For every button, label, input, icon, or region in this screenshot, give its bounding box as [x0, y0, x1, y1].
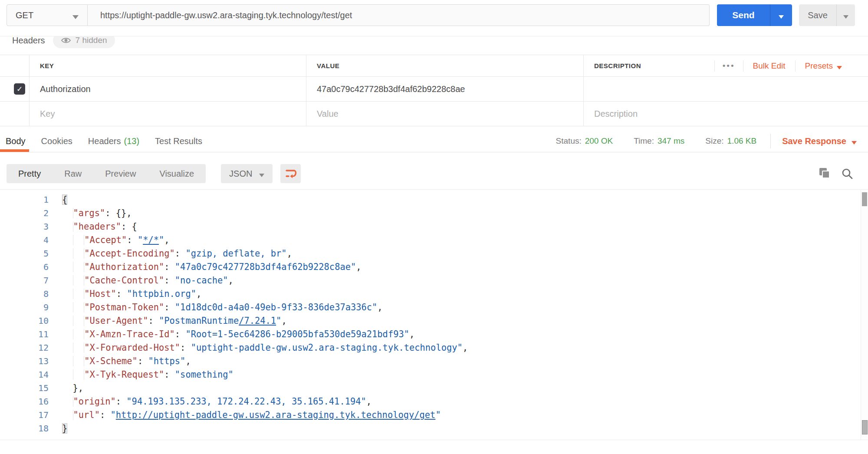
line-number: 5	[0, 247, 49, 260]
hidden-headers-toggle[interactable]: 7 hidden	[53, 36, 115, 48]
response-body-editor[interactable]: 1{2 "args": {},3 "headers": {4 "Accept":…	[0, 189, 868, 440]
tab-headers[interactable]: Headers (13)	[88, 130, 139, 152]
tab-test-results[interactable]: Test Results	[155, 130, 202, 152]
vertical-scrollbar[interactable]	[861, 190, 868, 440]
code-line: 5 "Accept-Encoding": "gzip, deflate, br"…	[0, 247, 861, 260]
save-label[interactable]: Save	[799, 4, 836, 26]
scrollbar-thumb[interactable]	[862, 420, 868, 434]
divider	[795, 60, 796, 72]
code-line: 17 "url": "http://uptight-paddle-gw.usw2…	[0, 408, 861, 422]
status-badge: Status: 200 OK	[556, 136, 613, 146]
method-select[interactable]: GET	[7, 4, 88, 26]
divider	[714, 60, 715, 72]
tab-cookies[interactable]: Cookies	[41, 130, 72, 152]
code-line: 1{	[0, 193, 861, 207]
chevron-down-icon	[837, 66, 842, 69]
save-response-button[interactable]: Save Response	[782, 136, 857, 146]
response-view-toolbar: Pretty Raw Preview Visualize JSON	[7, 164, 861, 183]
line-number: 8	[0, 287, 49, 301]
key-input[interactable]: Key	[40, 109, 55, 119]
line-number: 3	[0, 220, 49, 234]
search-icon[interactable]	[841, 168, 853, 180]
view-tab-preview[interactable]: Preview	[93, 169, 148, 179]
send-label[interactable]: Send	[717, 4, 770, 26]
url-input[interactable]: https://uptight-paddle-gw.usw2.ara-stagi…	[88, 4, 710, 26]
response-bar: Body Cookies Headers (13) Test Results S…	[0, 130, 868, 152]
code-line: 12 "X-Forwarded-Host": "uptight-paddle-g…	[0, 341, 861, 355]
tab-body[interactable]: Body	[6, 130, 26, 152]
save-button[interactable]: Save	[799, 4, 855, 26]
view-tab-pretty[interactable]: Pretty	[7, 169, 53, 179]
format-select[interactable]: JSON	[221, 164, 273, 183]
description-input[interactable]: Description	[594, 109, 638, 119]
code-line: 18}	[0, 422, 861, 435]
chevron-down-icon	[779, 15, 784, 19]
copy-button[interactable]	[819, 168, 831, 179]
column-header-description: DESCRIPTION	[594, 62, 641, 69]
send-options-button[interactable]	[770, 4, 792, 26]
headers-section-title: Headers	[12, 36, 45, 46]
column-header-value: VALUE	[317, 62, 339, 69]
line-number: 7	[0, 274, 49, 287]
chevron-down-icon	[843, 15, 848, 19]
bulk-edit-button[interactable]: Bulk Edit	[753, 61, 786, 71]
code-line: 14 "X-Tyk-Request": "something"	[0, 368, 861, 382]
value-input[interactable]: Value	[317, 109, 339, 119]
response-tabs: Body Cookies Headers (13) Test Results	[0, 130, 202, 152]
line-number: 18	[0, 422, 49, 435]
divider	[743, 60, 743, 72]
code-line: 16 "origin": "94.193.135.233, 172.24.22.…	[0, 395, 861, 408]
chevron-down-icon	[259, 174, 264, 177]
code-line: 8 "Host": "httpbin.org",	[0, 287, 861, 301]
code-line: 10 "User-Agent": "PostmanRuntime/7.24.1"…	[0, 314, 861, 328]
headers-meta: Headers 7 hidden	[0, 36, 868, 56]
save-options-button[interactable]	[837, 4, 855, 26]
line-number: 1	[0, 193, 49, 207]
header-value-cell[interactable]: 47a0c79c427728b3df4af62b9228c8ae	[317, 84, 465, 94]
request-bar: GET https://uptight-paddle-gw.usw2.ara-s…	[7, 4, 855, 26]
time-badge: Time: 347 ms	[634, 136, 684, 146]
code-line: 6 "Authorization": "47a0c79c427728b3df4a…	[0, 260, 861, 274]
line-number: 11	[0, 328, 49, 341]
code-line: 9 "Postman-Token": "1d18dc0d-a4a0-49eb-9…	[0, 301, 861, 314]
table-row: Authorization 47a0c79c427728b3df4af62b92…	[0, 77, 868, 102]
code-line: 15 },	[0, 382, 861, 395]
checkbox-checked[interactable]	[14, 83, 25, 95]
code-line: 13 "X-Scheme": "https",	[0, 355, 861, 368]
presets-dropdown[interactable]: Presets	[805, 61, 842, 71]
line-number: 10	[0, 314, 49, 328]
divider	[770, 134, 771, 148]
chevron-down-icon	[72, 15, 79, 19]
line-number: 4	[0, 234, 49, 247]
line-number: 14	[0, 368, 49, 382]
view-mode-tabs: Pretty Raw Preview Visualize	[7, 164, 206, 183]
size-badge: Size: 1.06 KB	[705, 136, 756, 146]
wrap-text-icon	[285, 168, 297, 179]
chevron-down-icon	[852, 141, 857, 145]
code-line: 4 "Accept": "*/*",	[0, 234, 861, 247]
more-actions-button[interactable]: •••	[723, 61, 735, 71]
line-number: 17	[0, 408, 49, 422]
select-all-cell	[0, 55, 30, 76]
response-meta: Status: 200 OK Time: 347 ms Size: 1.06 K…	[535, 134, 868, 148]
copy-icon	[822, 171, 830, 178]
line-number: 6	[0, 260, 49, 274]
hidden-headers-label: 7 hidden	[76, 36, 107, 45]
header-key-cell[interactable]: Authorization	[40, 84, 91, 94]
line-number: 15	[0, 382, 49, 395]
code-lines: 1{2 "args": {},3 "headers": {4 "Accept":…	[0, 193, 861, 435]
line-number: 13	[0, 355, 49, 368]
line-number: 2	[0, 207, 49, 220]
code-line: 3 "headers": {	[0, 220, 861, 234]
column-header-key: KEY	[40, 62, 54, 69]
table-header-row: KEY VALUE DESCRIPTION ••• Bulk Edit Pres…	[0, 55, 868, 77]
wrap-text-button[interactable]	[280, 164, 301, 183]
eye-icon	[61, 36, 71, 45]
view-tab-raw[interactable]: Raw	[53, 169, 93, 179]
view-tab-visualize[interactable]: Visualize	[148, 169, 206, 179]
line-number: 12	[0, 341, 49, 355]
line-number: 9	[0, 301, 49, 314]
scrollbar-thumb[interactable]	[862, 192, 867, 206]
table-row-new: Key Value Description	[0, 102, 868, 126]
send-button[interactable]: Send	[717, 4, 792, 26]
